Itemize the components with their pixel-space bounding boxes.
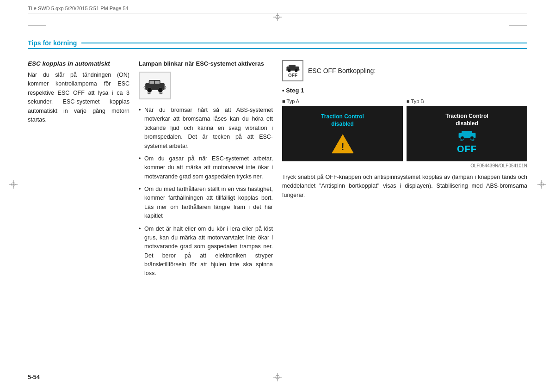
typ-labels-row: Typ A Traction Control disabled ! bbox=[282, 98, 527, 161]
left-heading: ESC kopplas in automatiskt bbox=[28, 60, 130, 67]
right-footer-text: Tryck snabbt på OFF-knappen och antispin… bbox=[282, 173, 527, 200]
type-a-text-line1: Traction Control disabled bbox=[321, 113, 364, 128]
typ-a-label: Typ A bbox=[282, 98, 403, 104]
middle-column: Lampan blinkar när ESC-systemet aktivera… bbox=[139, 60, 282, 364]
bottom-crosshair bbox=[273, 373, 282, 383]
svg-point-16 bbox=[147, 87, 152, 92]
steg-label: • Steg 1 bbox=[282, 87, 527, 94]
svg-point-25 bbox=[295, 69, 298, 72]
bullet-item-3: Om du med farthållaren ställt in en viss… bbox=[139, 185, 273, 221]
type-b-box: Traction Control disabled OFF bbox=[407, 106, 527, 161]
right-crosshair-icon bbox=[537, 180, 546, 189]
type-b-car-icon bbox=[458, 129, 476, 142]
left-body-text: När du slår på tändningen (ON) kommer ko… bbox=[28, 71, 130, 124]
top-crosshair-icon bbox=[273, 13, 282, 21]
bullet-item-2: Om du gasar på när ESC-systemet arbetar,… bbox=[139, 154, 273, 181]
header-bar: TLe SWD 5.qxp 5/20/2015 5:51 PM Page 54 bbox=[28, 6, 527, 13]
corner-decoration-tl bbox=[28, 25, 46, 26]
corner-decoration-bl bbox=[28, 371, 46, 371]
bullet-item-4: Om det är halt eller om du kör i lera el… bbox=[139, 225, 273, 278]
svg-point-31 bbox=[470, 136, 474, 140]
svg-rect-29 bbox=[462, 131, 472, 135]
svg-point-17 bbox=[158, 87, 163, 92]
left-column: ESC kopplas in automatiskt När du slår p… bbox=[28, 60, 139, 364]
svg-point-30 bbox=[460, 136, 464, 140]
right-column: OFF ESC OFF Bortkoppling: • Steg 1 Typ A… bbox=[282, 60, 527, 364]
image-caption: OLF054439N/OLF054101N bbox=[282, 163, 527, 168]
esc-off-title: ESC OFF Bortkoppling: bbox=[308, 67, 376, 74]
esc-car-icon bbox=[143, 75, 166, 96]
svg-point-24 bbox=[288, 69, 291, 72]
corner-decoration-tr bbox=[509, 25, 527, 26]
middle-bullet-list: När du bromsar hårt så att ABS-systemet … bbox=[139, 106, 273, 278]
type-b-text: Traction Control disabled bbox=[445, 113, 488, 127]
page-title: Tips för körning bbox=[28, 39, 81, 47]
esc-off-icon-box: OFF bbox=[282, 60, 303, 81]
svg-text:!: ! bbox=[341, 141, 344, 153]
title-underline bbox=[81, 43, 527, 43]
esc-off-car-icon bbox=[286, 63, 300, 73]
warning-triangle-icon: ! bbox=[331, 134, 354, 154]
header-file-info: TLe SWD 5.qxp 5/20/2015 5:51 PM Page 54 bbox=[28, 6, 129, 11]
type-a-box: Traction Control disabled ! bbox=[282, 106, 403, 161]
typ-b-label: Typ B bbox=[407, 98, 527, 104]
page-number: 5-54 bbox=[28, 374, 40, 380]
left-crosshair-icon bbox=[9, 180, 18, 189]
corner-decoration-br bbox=[509, 371, 527, 371]
type-b-section: Typ B Traction Control disabled bbox=[407, 98, 527, 161]
bullet-item-1: När du bromsar hårt så att ABS-systemet … bbox=[139, 106, 273, 151]
middle-heading: Lampan blinkar när ESC-systemet aktivera… bbox=[139, 60, 273, 67]
svg-rect-14 bbox=[149, 80, 154, 84]
esc-icon-box bbox=[139, 72, 171, 99]
svg-rect-15 bbox=[155, 80, 160, 84]
title-section: Tips för körning bbox=[28, 39, 527, 57]
title-bar: Tips för körning bbox=[28, 39, 527, 49]
esc-off-icon-label: OFF bbox=[288, 73, 297, 78]
type-b-off-text: OFF bbox=[457, 144, 477, 154]
svg-rect-23 bbox=[289, 65, 296, 68]
type-a-section: Typ A Traction Control disabled ! bbox=[282, 98, 403, 161]
esc-off-header: OFF ESC OFF Bortkoppling: bbox=[282, 60, 527, 81]
main-content: ESC kopplas in automatiskt När du slår p… bbox=[28, 60, 527, 364]
